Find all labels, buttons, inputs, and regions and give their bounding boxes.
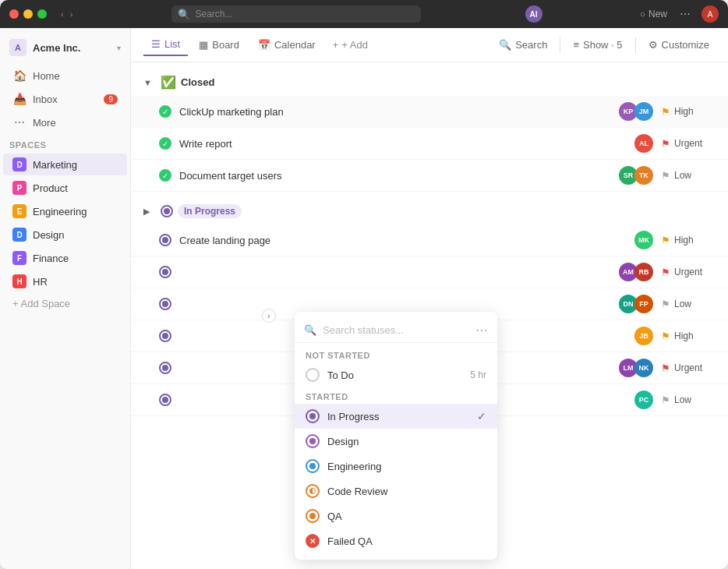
started-section-label: STARTED <box>295 387 497 404</box>
dropdown-search-row: 🔍 ⋯ <box>295 318 497 343</box>
sidebar-item-marketing[interactable]: D Marketing <box>3 154 127 175</box>
task-checkbox[interactable] <box>159 266 171 278</box>
search-icon: 🔍 <box>178 9 190 20</box>
home-icon: 🏠 <box>12 69 27 82</box>
task-avatars: JB <box>634 327 653 345</box>
task-avatars: KP JM <box>619 102 653 121</box>
show-icon: ≡ <box>573 39 579 51</box>
sidebar-item-more[interactable]: ⋯ More <box>3 111 127 133</box>
status-option-inprogress[interactable]: In Progress ✓ <box>295 404 497 429</box>
priority-label: Low <box>674 299 691 309</box>
task-row[interactable]: Create landing page MK ⚑ High <box>131 224 728 256</box>
sidebar-item-inbox-label: Inbox <box>33 94 58 105</box>
calendar-icon: 📅 <box>258 39 270 51</box>
task-row[interactable]: ✓ Document target users SR TK ⚑ Low <box>131 160 728 192</box>
close-window-button[interactable] <box>9 9 19 19</box>
avatar: AL <box>634 134 653 153</box>
task-checkbox[interactable] <box>159 330 171 342</box>
task-checkbox[interactable]: ✓ <box>159 137 171 150</box>
add-view-button[interactable]: + + Add <box>327 34 374 55</box>
task-name: Write report <box>179 138 627 150</box>
dropdown-more-icon[interactable]: ⋯ <box>475 323 488 338</box>
status-option-codereview[interactable]: Code Review <box>295 479 497 504</box>
toolbar-divider <box>560 37 560 53</box>
status-option-qa[interactable]: QA <box>295 504 497 528</box>
priority-flag: ⚑ Low <box>661 299 716 310</box>
sidebar-item-engineering[interactable]: E Engineering <box>3 200 127 222</box>
status-option-design[interactable]: Design <box>295 429 497 454</box>
qa-label: QA <box>327 511 486 522</box>
flag-icon: ⚑ <box>661 170 670 182</box>
failedqa-label: Failed QA <box>327 535 486 547</box>
new-button[interactable]: ○ New <box>640 9 667 19</box>
sidebar-item-more-label: More <box>33 117 56 129</box>
inprogress-status-icon <box>306 409 320 423</box>
customize-button[interactable]: ⚙ Customize <box>642 35 716 55</box>
sidebar-item-hr[interactable]: H HR <box>3 270 127 292</box>
org-header[interactable]: A Acme Inc. ▾ <box>0 34 130 61</box>
priority-flag: ⚑ Urgent <box>661 138 716 150</box>
global-search-bar[interactable]: 🔍 Search... <box>171 5 421 23</box>
grid-icon[interactable]: ⋯ <box>680 8 691 20</box>
priority-flag: ⚑ High <box>661 235 716 246</box>
design-status-icon <box>306 434 320 448</box>
priority-flag: ⚑ Low <box>661 394 716 406</box>
expand-panel-button[interactable]: › <box>262 309 276 323</box>
content-area: ☰ List ▦ Board 📅 Calendar + + Add <box>131 28 728 569</box>
task-avatars: LM NK <box>619 359 653 377</box>
status-option-engineering[interactable]: Engineering <box>295 454 497 479</box>
board-icon: ▦ <box>199 39 208 51</box>
show-button[interactable]: ≡ Show · 5 <box>567 35 628 55</box>
inbox-badge: 9 <box>104 94 118 104</box>
task-name: Document target users <box>179 170 611 182</box>
sidebar-item-finance[interactable]: F Finance <box>3 247 127 269</box>
avatar: TK <box>634 166 653 185</box>
tab-board[interactable]: ▦ Board <box>191 34 247 55</box>
sidebar-item-home[interactable]: 🏠 Home <box>3 65 127 87</box>
task-row[interactable]: ⋮⋮ ✓ ClickUp marketing plan KP JM ⚑ High <box>131 96 728 128</box>
flag-icon: ⚑ <box>661 299 670 310</box>
forward-arrow-icon[interactable]: › <box>69 9 75 19</box>
priority-flag: ⚑ Urgent <box>661 267 716 278</box>
nav-arrows: ‹ › <box>59 9 74 19</box>
task-checkbox[interactable]: ✓ <box>159 105 171 118</box>
engineering-space-dot: E <box>12 204 27 218</box>
sidebar-item-design[interactable]: D Design <box>3 224 127 246</box>
task-row[interactable]: ✓ Write report AL ⚑ Urgent <box>131 128 728 160</box>
priority-flag: ⚑ High <box>661 106 716 118</box>
engineering-label: Engineering <box>33 206 87 217</box>
priority-label: High <box>674 106 694 117</box>
engineering-status-icon <box>306 459 320 473</box>
ai-badge[interactable]: AI <box>525 5 542 23</box>
check-icon: ✓ <box>162 171 168 180</box>
back-arrow-icon[interactable]: ‹ <box>59 9 65 19</box>
hr-label: HR <box>33 276 48 288</box>
task-row[interactable]: AM RB ⚑ Urgent <box>131 256 728 288</box>
status-option-todo[interactable]: To Do 5 hr <box>295 362 497 387</box>
not-started-section-label: NOT STARTED <box>295 346 497 362</box>
closed-status: ✅ Closed <box>161 75 214 90</box>
minimize-window-button[interactable] <box>23 9 33 19</box>
task-checkbox[interactable] <box>159 362 171 374</box>
spaces-header: Spaces <box>0 134 130 153</box>
task-checkbox[interactable]: ✓ <box>159 169 171 182</box>
status-option-failedqa[interactable]: ✕ Failed QA <box>295 528 497 553</box>
maximize-window-button[interactable] <box>37 9 47 19</box>
task-checkbox[interactable] <box>159 394 171 406</box>
task-checkbox[interactable] <box>159 234 171 246</box>
customize-icon: ⚙ <box>648 39 658 51</box>
section-closed[interactable]: ▼ ✅ Closed <box>131 69 728 96</box>
user-avatar[interactable]: A <box>701 5 719 23</box>
status-search-input[interactable] <box>323 324 469 336</box>
search-button[interactable]: 🔍 Search <box>493 35 553 55</box>
sidebar-item-home-label: Home <box>33 70 60 82</box>
sidebar-item-product[interactable]: P Product <box>3 177 127 199</box>
tab-calendar[interactable]: 📅 Calendar <box>250 34 323 55</box>
tab-list[interactable]: ☰ List <box>143 34 188 56</box>
task-checkbox[interactable] <box>159 298 171 310</box>
marketing-label: Marketing <box>33 159 77 171</box>
inbox-icon: 📥 <box>12 93 27 105</box>
add-space-button[interactable]: + Add Space <box>3 294 127 313</box>
sidebar-item-inbox[interactable]: 📥 Inbox 9 <box>3 88 127 110</box>
section-in-progress[interactable]: ▶ In Progress <box>131 198 728 224</box>
